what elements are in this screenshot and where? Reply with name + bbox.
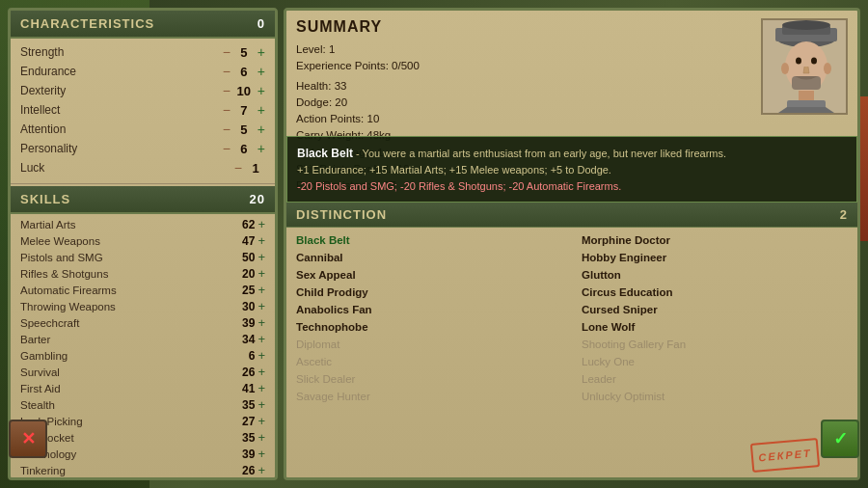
char-decrease-btn[interactable]: −: [223, 44, 231, 60]
svg-point-22: [782, 20, 830, 30]
char-row: Strength − 5 +: [11, 42, 275, 62]
skill-row: Tinkering 26 +: [11, 462, 275, 477]
distinction-item[interactable]: Circus Education: [572, 284, 857, 301]
char-decrease-btn[interactable]: −: [223, 141, 231, 156]
skill-increase-btn[interactable]: +: [258, 250, 265, 264]
skill-value: 39: [228, 316, 255, 330]
tooltip-bonus: +1 Endurance; +15 Martial Arts; +15 Mele…: [297, 164, 611, 176]
skill-name: Automatic Firearms: [20, 285, 228, 296]
main-container: CHARACTERISTICS 0 Strength − 5 + Enduran…: [0, 0, 868, 488]
distinction-item[interactable]: Child Prodigy: [286, 284, 572, 301]
skill-row: Martial Arts 62 +: [11, 216, 275, 232]
distinction-item[interactable]: Black Belt: [286, 231, 572, 249]
skill-row: Barter 34 +: [11, 331, 275, 347]
close-button[interactable]: ✕: [9, 420, 47, 458]
skill-value: 30: [228, 300, 255, 313]
skill-value: 26: [228, 464, 255, 477]
skill-value: 50: [228, 251, 255, 264]
left-panel: CHARACTERISTICS 0 Strength − 5 + Enduran…: [8, 8, 278, 480]
char-value: 5: [234, 122, 254, 137]
skill-increase-btn[interactable]: +: [258, 381, 265, 395]
skill-increase-btn[interactable]: +: [258, 348, 265, 363]
confirm-button[interactable]: ✓: [821, 420, 859, 458]
skill-row: First Aid 41 +: [11, 380, 275, 396]
svg-point-24: [796, 58, 801, 65]
skill-name: Martial Arts: [20, 219, 228, 230]
distinction-item[interactable]: Unlucky Optimist: [572, 388, 857, 405]
avatar-svg: [763, 20, 848, 115]
svg-point-28: [824, 63, 831, 74]
distinction-item[interactable]: Slick Dealer: [286, 370, 572, 388]
skill-increase-btn[interactable]: +: [258, 414, 265, 428]
char-decrease-btn[interactable]: −: [223, 102, 231, 118]
char-row: Luck − 1: [11, 158, 275, 177]
char-row: Endurance − 6 +: [11, 62, 275, 81]
char-value: 7: [234, 103, 254, 118]
char-increase-btn[interactable]: +: [258, 44, 265, 60]
skill-row: Speechcraft 39 +: [11, 314, 275, 331]
skill-name: Barter: [20, 334, 228, 345]
char-decrease-btn[interactable]: −: [223, 64, 231, 79]
distinction-item[interactable]: Leader: [572, 370, 857, 388]
char-name: Strength: [20, 45, 223, 59]
skill-increase-btn[interactable]: +: [258, 266, 265, 281]
distinction-section: DISTINCTION 2 Black BeltCannibalSex Appe…: [286, 202, 857, 477]
skill-increase-btn[interactable]: +: [258, 430, 265, 445]
distinction-item[interactable]: Ascetic: [286, 353, 572, 370]
distinction-item[interactable]: Morphine Doctor: [572, 231, 857, 249]
distinction-item[interactable]: Savage Hunter: [286, 388, 572, 405]
char-row: Attention − 5 +: [11, 120, 275, 139]
skill-increase-btn[interactable]: +: [258, 299, 265, 313]
skill-name: Tinkering: [20, 465, 228, 476]
distinction-item[interactable]: Cannibal: [286, 249, 572, 266]
char-increase-btn[interactable]: +: [258, 83, 265, 98]
skill-increase-btn[interactable]: +: [258, 217, 265, 231]
char-value: 10: [234, 84, 254, 98]
skill-name: Technology: [20, 448, 228, 460]
skill-name: Melee Weapons: [20, 235, 228, 247]
skill-increase-btn[interactable]: +: [258, 463, 265, 477]
skill-name: Gambling: [20, 350, 228, 362]
char-increase-btn[interactable]: +: [258, 64, 265, 79]
char-decrease-btn[interactable]: −: [223, 83, 231, 98]
svg-point-27: [781, 63, 789, 74]
distinction-item[interactable]: Lucky One: [572, 353, 857, 370]
skill-row: Gambling 6 +: [11, 347, 275, 364]
distinction-item[interactable]: Lone Wolf: [572, 318, 857, 336]
char-increase-btn[interactable]: +: [258, 102, 265, 118]
skills-list: Martial Arts 62 + Melee Weapons 47 + Pis…: [11, 214, 275, 477]
skill-increase-btn[interactable]: +: [258, 315, 265, 330]
skill-increase-btn[interactable]: +: [258, 332, 265, 346]
summary-stat: Dodge: 20: [296, 95, 751, 111]
char-row: Personality − 6 +: [11, 139, 275, 158]
distinction-item[interactable]: Sex Appeal: [286, 266, 572, 284]
skill-increase-btn[interactable]: +: [258, 447, 265, 461]
summary-stat: Health: 33: [296, 78, 751, 95]
distinction-item[interactable]: Shooting Gallery Fan: [572, 336, 857, 353]
char-decrease-btn[interactable]: −: [223, 122, 231, 137]
char-skills-divider: [11, 183, 275, 184]
skill-value: 41: [228, 382, 255, 395]
skill-name: Pistols and SMG: [20, 252, 228, 263]
svg-point-25: [811, 58, 817, 65]
skill-increase-btn[interactable]: +: [258, 365, 265, 379]
distinction-item[interactable]: Anabolics Fan: [286, 301, 572, 318]
skill-name: Speechcraft: [20, 317, 228, 329]
tooltip-box: Black Belt - You were a martial arts ent…: [286, 136, 857, 203]
char-decrease-btn[interactable]: −: [234, 160, 242, 176]
skill-increase-btn[interactable]: +: [258, 233, 265, 248]
distinction-item[interactable]: Technophobe: [286, 318, 572, 336]
skill-row: Throwing Weapons 30 +: [11, 298, 275, 314]
char-increase-btn[interactable]: +: [258, 141, 265, 156]
distinction-item[interactable]: Hobby Engineer: [572, 249, 857, 266]
skill-name: Rifles & Shotguns: [20, 268, 228, 280]
distinction-item[interactable]: Diplomat: [286, 336, 572, 353]
char-increase-btn[interactable]: +: [258, 122, 265, 137]
skill-row: Technology 39 +: [11, 446, 275, 462]
skill-increase-btn[interactable]: +: [258, 283, 265, 297]
distinction-item[interactable]: Glutton: [572, 266, 857, 284]
distinction-grid: Black BeltCannibalSex AppealChild Prodig…: [286, 228, 857, 477]
skill-increase-btn[interactable]: +: [258, 397, 265, 412]
distinction-item[interactable]: Cursed Sniper: [572, 301, 857, 318]
skill-row: Pickpocket 35 +: [11, 429, 275, 446]
